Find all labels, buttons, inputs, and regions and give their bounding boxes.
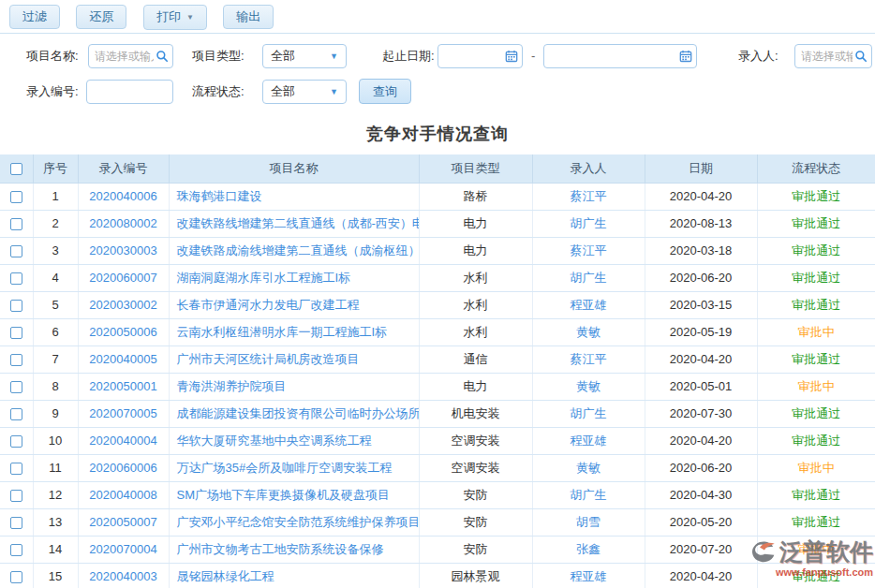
row-index: 9 [33,400,78,427]
row-checkbox[interactable] [10,408,22,420]
status-badge[interactable]: 审批通过 [792,298,840,312]
project-name-link[interactable]: 晟铭园林绿化工程 [177,569,274,583]
row-checkbox[interactable] [10,300,22,312]
entered-by-link[interactable]: 胡广生 [571,216,607,230]
results-table: 序号 录入编号 项目名称 项目类型 录入人 日期 流程状态 1 20200400… [0,154,875,588]
entry-no-link[interactable]: 2020050007 [89,515,156,529]
status-badge[interactable]: 审批通过 [792,488,840,502]
entered-by-link[interactable]: 蔡江平 [571,243,607,257]
date-start-input[interactable] [438,45,505,67]
row-checkbox[interactable] [10,272,22,285]
row-checkbox[interactable] [10,191,22,203]
entry-no-link[interactable]: 2020070004 [89,542,156,556]
entered-by-input[interactable] [795,45,854,67]
project-name-link[interactable]: 珠海鹤港口建设 [177,189,262,203]
entry-no-link[interactable]: 2020030002 [89,298,156,312]
row-checkbox[interactable] [10,490,22,502]
project-name-input[interactable] [89,45,156,67]
table-row: 8 2020050001 青海洪湖养护院项目 电力 黄敏 2020-05-01 … [0,373,875,400]
entry-no-link[interactable]: 2020040005 [89,352,156,366]
restore-button[interactable]: 还原 [76,5,126,29]
entry-no-link[interactable]: 2020040008 [89,488,156,502]
row-checkbox[interactable] [10,435,22,448]
entry-no-link[interactable]: 2020050006 [89,325,156,339]
status-badge[interactable]: 审批通过 [792,515,840,529]
project-name-link[interactable]: 青海洪湖养护院项目 [177,379,287,393]
entry-no-link[interactable]: 2020030003 [89,243,156,257]
project-name-link[interactable]: 湖南洞庭湖水库引水工程施工I标 [177,271,351,285]
entered-by-link[interactable]: 黄敏 [576,325,601,339]
entry-no-link[interactable]: 2020040003 [89,569,156,583]
status-badge[interactable]: 审批通过 [792,189,840,203]
project-name-link[interactable]: 广安邓小平纪念馆安全防范系统维护保养项目 [177,515,420,529]
row-checkbox[interactable] [10,245,22,257]
entered-by-link[interactable]: 黄敏 [576,379,601,393]
status-badge[interactable]: 审批通过 [792,352,840,366]
print-button[interactable]: 打印▼ [143,5,207,30]
entered-by-link[interactable]: 黄敏 [576,461,601,475]
entered-by-link[interactable]: 蔡江平 [571,189,607,203]
entered-by-link[interactable]: 程亚雄 [571,434,607,448]
entry-no-link[interactable]: 2020040004 [89,434,156,448]
row-index: 8 [33,373,78,400]
status-badge[interactable]: 审批中 [798,325,835,339]
project-type-select[interactable]: 全部 ▼ [262,44,347,68]
project-name-link[interactable]: 万达广场35#会所及咖啡厅空调安装工程 [177,461,393,475]
status-badge[interactable]: 审批通过 [792,216,840,230]
entry-no-link[interactable]: 2020070005 [89,406,156,420]
search-icon[interactable] [854,50,871,63]
entry-no-link[interactable]: 2020060006 [89,461,156,475]
search-icon[interactable] [156,50,172,63]
project-name-link[interactable]: 成都能源建设集团投资有限公司临时办公场所 [177,406,420,420]
entry-no-link[interactable]: 2020060007 [89,271,156,285]
flow-status-label: 流程状态: [192,80,245,104]
export-button-label: 输出 [236,9,260,23]
row-checkbox[interactable] [10,327,22,339]
calendar-icon[interactable] [679,50,696,63]
filter-button[interactable]: 过滤 [9,5,60,29]
project-name-link[interactable]: 改建铁路线增建第二线直通线（成都-西安）电 [177,216,420,230]
entry-no-input[interactable] [87,81,172,103]
calendar-icon[interactable] [505,50,522,63]
status-badge[interactable]: 审批通过 [792,406,840,420]
project-name-link[interactable]: 广州市天河区统计局机房改造项目 [177,352,360,366]
row-checkbox[interactable] [10,354,22,366]
row-checkbox[interactable] [10,218,22,230]
status-badge[interactable]: 审批中 [798,542,835,556]
row-checkbox[interactable] [10,463,22,475]
entry-no-link[interactable]: 2020080002 [89,216,156,230]
entered-by-link[interactable]: 胡广生 [571,271,607,285]
status-badge[interactable]: 审批通过 [792,243,840,257]
row-checkbox[interactable] [10,517,22,529]
row-checkbox[interactable] [10,544,22,556]
date-end-input[interactable] [544,45,679,67]
row-checkbox[interactable] [10,381,22,393]
entered-by-link[interactable]: 程亚雄 [571,298,607,312]
status-badge[interactable]: 审批中 [798,461,835,475]
entered-by-link[interactable]: 张鑫 [576,542,601,556]
entered-by-link[interactable]: 胡广生 [571,488,607,502]
entry-no-link[interactable]: 2020050001 [89,379,156,393]
status-badge[interactable]: 审批中 [798,379,835,393]
project-name-link[interactable]: 云南水利枢纽潜明水库一期工程施工I标 [177,325,388,339]
project-name-link[interactable]: 广州市文物考古工地安防系统设备保修 [177,542,384,556]
status-badge[interactable]: 审批通过 [792,569,840,583]
flow-status-select[interactable]: 全部 ▼ [262,80,347,104]
select-all-checkbox[interactable] [10,163,22,175]
export-button[interactable]: 输出 [223,5,274,29]
project-name-link[interactable]: 长春市伊通河水力发电厂改建工程 [177,298,360,312]
entered-by-link[interactable]: 胡雪 [576,515,601,529]
row-checkbox[interactable] [10,571,22,583]
entered-by-link[interactable]: 程亚雄 [571,569,607,583]
project-name-link[interactable]: SM广场地下车库更换摄像机及硬盘项目 [177,488,391,502]
competitor-query-page: 过滤 还原 打印▼ 输出 项目名称: 项目类型: 全部 ▼ 起止日期: - [0,0,875,588]
project-name-link[interactable]: 华软大厦研究基地中央空调系统工程 [177,434,372,448]
entered-by-link[interactable]: 蔡江平 [571,352,607,366]
date-cell: 2020-04-20 [645,427,757,454]
status-badge[interactable]: 审批通过 [792,434,840,448]
project-name-link[interactable]: 改建铁路成渝线增建第二直通线（成渝枢纽） [177,243,420,257]
entry-no-link[interactable]: 2020040006 [89,189,156,203]
query-button[interactable]: 查询 [359,79,411,104]
status-badge[interactable]: 审批通过 [792,271,840,285]
entered-by-link[interactable]: 胡广生 [571,406,607,420]
